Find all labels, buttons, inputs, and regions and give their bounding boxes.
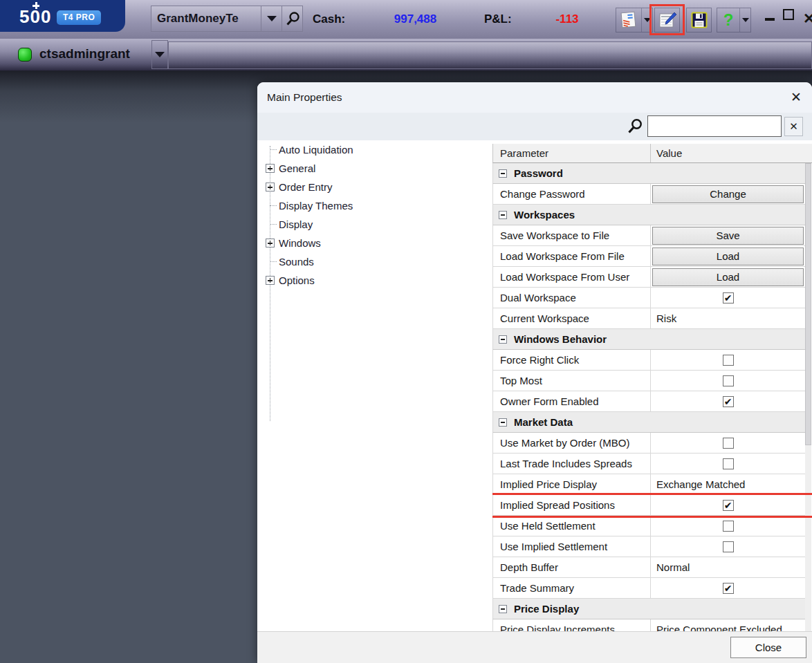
implied-spread-positions-row[interactable]: Implied Spread Positions✔	[492, 495, 805, 516]
tree-item-label[interactable]: Windows	[279, 237, 321, 249]
user-toolbar: ctsadmingrant	[0, 39, 812, 71]
collapse-minus-icon[interactable]	[499, 335, 507, 344]
load-workspace-from-user-button[interactable]: Load	[652, 268, 804, 286]
current-workspace-row[interactable]: Current WorkspaceRisk	[492, 308, 805, 329]
expand-plus-icon[interactable]	[266, 276, 275, 285]
collapse-minus-icon[interactable]	[499, 169, 507, 178]
tree-item-windows[interactable]: Windows	[257, 234, 492, 252]
save-button-group	[686, 8, 712, 32]
tree-item-label[interactable]: Order Entry	[279, 181, 333, 193]
expand-plus-icon[interactable]	[266, 183, 275, 192]
main-properties-dialog: Main Properties ✕ ✕ Auto LiquidationGene…	[257, 82, 812, 663]
account-selector[interactable]: GrantMoneyTe	[151, 6, 303, 32]
use-implied-settlement-checkbox[interactable]	[723, 541, 734, 552]
use-market-by-order-mbo-checkbox[interactable]	[723, 438, 734, 449]
dialog-footer: Close	[257, 631, 812, 663]
parameter-name: Last Trade Includes Spreads	[493, 454, 651, 474]
last-trade-includes-spreads-row[interactable]: Last Trade Includes Spreads	[492, 454, 805, 474]
force-right-click-checkbox[interactable]	[723, 355, 734, 366]
tree-item-label[interactable]: Display Themes	[279, 200, 353, 212]
section-label: Workspaces	[514, 209, 575, 221]
help-button[interactable]: ?	[717, 8, 739, 32]
help-dropdown-arrow[interactable]	[739, 8, 750, 32]
change-password-button[interactable]: Change	[652, 185, 804, 203]
tree-item-label[interactable]: General	[279, 162, 315, 174]
scrollbar-thumb[interactable]	[805, 163, 811, 445]
expand-plus-icon[interactable]	[266, 164, 275, 173]
tree-item-options[interactable]: Options	[257, 271, 492, 290]
owner-form-enabled-row[interactable]: Owner Form Enabled✔	[492, 391, 805, 412]
tree-item-display[interactable]: Display	[257, 215, 492, 234]
parameter-name: Owner Form Enabled	[493, 391, 651, 411]
tree-leaf-connector	[270, 205, 277, 206]
search-icon	[626, 118, 644, 136]
app-logo: 500 T4 PRO	[0, 0, 125, 32]
chevron-down-icon	[644, 18, 651, 22]
properties-icon	[658, 10, 677, 30]
help-button-group: ?	[717, 8, 751, 32]
save-workspace-to-file-button[interactable]: Save	[652, 227, 804, 245]
implied-spread-positions-checkbox[interactable]: ✔	[723, 500, 734, 511]
save-workspace-to-file-row[interactable]: Save Workspace to FileSave	[492, 225, 805, 246]
collapse-minus-icon[interactable]	[499, 211, 507, 219]
column-header-parameter: Parameter	[493, 144, 651, 162]
top-most-row[interactable]: Top Most	[492, 371, 805, 391]
dialog-close-button[interactable]: Close	[730, 637, 806, 658]
price-display-increments-value: Price Component Excluded	[656, 624, 782, 631]
save-workspace-button[interactable]	[687, 8, 711, 32]
owner-form-enabled-checkbox[interactable]: ✔	[723, 396, 734, 407]
close-window-button[interactable]: ✕	[803, 10, 812, 28]
implied-price-display-row[interactable]: Implied Price DisplayExchange Matched	[492, 474, 805, 495]
parameter-name: Implied Price Display	[493, 474, 651, 494]
last-trade-includes-spreads-checkbox[interactable]	[723, 458, 734, 469]
use-held-settlement-row[interactable]: Use Held Settlement	[492, 516, 805, 536]
collapse-minus-icon[interactable]	[499, 418, 507, 427]
tree-leaf-connector	[270, 224, 277, 225]
tree-item-auto-liquidation[interactable]: Auto Liquidation	[257, 140, 492, 159]
use-implied-settlement-row[interactable]: Use Implied Settlement	[492, 536, 805, 557]
account-dropdown-arrow[interactable]	[261, 6, 282, 31]
tree-item-order-entry[interactable]: Order Entry	[257, 178, 492, 196]
use-held-settlement-checkbox[interactable]	[723, 521, 734, 532]
tree-item-label[interactable]: Sounds	[279, 256, 314, 268]
top-most-checkbox[interactable]	[723, 375, 734, 386]
load-workspace-from-file-row[interactable]: Load Workspace From FileLoad	[492, 246, 805, 267]
price-display-increments-row[interactable]: Price Display IncrementsPrice Component …	[492, 619, 805, 631]
parameter-name: Implied Spread Positions	[493, 495, 651, 515]
search-clear-button[interactable]: ✕	[784, 117, 803, 136]
maximize-button[interactable]	[783, 9, 794, 20]
tree-item-sounds[interactable]: Sounds	[257, 252, 492, 271]
tree-item-label[interactable]: Options	[279, 274, 315, 286]
user-dropdown-arrow[interactable]	[151, 40, 168, 69]
table-scrollbar[interactable]	[805, 163, 811, 631]
tree-item-display-themes[interactable]: Display Themes	[257, 196, 492, 215]
cash-value: 997,488	[376, 0, 455, 39]
tree-item-general[interactable]: General	[257, 159, 492, 178]
tree-item-label[interactable]: Display	[279, 218, 313, 230]
properties-button-group	[654, 8, 680, 32]
parameter-name: Price Display Increments	[493, 619, 651, 631]
account-search-button[interactable]	[282, 6, 302, 31]
change-password-row[interactable]: Change PasswordChange	[492, 184, 805, 205]
trade-summary-checkbox[interactable]: ✔	[723, 583, 734, 594]
user-quick-bar[interactable]	[168, 41, 812, 69]
properties-button[interactable]	[655, 8, 679, 32]
reports-dropdown-arrow[interactable]	[641, 8, 652, 32]
properties-search-input[interactable]	[647, 115, 782, 137]
expand-plus-icon[interactable]	[266, 239, 275, 248]
use-market-by-order-mbo-row[interactable]: Use Market by Order (MBO)	[492, 433, 805, 454]
minimize-button[interactable]	[765, 18, 775, 21]
depth-buffer-row[interactable]: Depth BufferNormal	[492, 557, 805, 578]
dialog-close-icon[interactable]: ✕	[791, 88, 802, 106]
load-workspace-from-user-row[interactable]: Load Workspace From UserLoad	[492, 267, 805, 288]
dual-workspace-row[interactable]: Dual Workspace✔	[492, 288, 805, 308]
force-right-click-row[interactable]: Force Right Click	[492, 350, 805, 371]
dual-workspace-checkbox[interactable]: ✔	[723, 292, 734, 304]
collapse-minus-icon[interactable]	[499, 605, 507, 613]
account-selector-value[interactable]: GrantMoneyTe	[151, 6, 261, 31]
parameter-table-body: PasswordChange PasswordChangeWorkspacesS…	[492, 163, 805, 631]
load-workspace-from-file-button[interactable]: Load	[652, 248, 804, 265]
reports-button[interactable]	[616, 8, 641, 32]
trade-summary-row[interactable]: Trade Summary✔	[492, 578, 805, 599]
tree-item-label[interactable]: Auto Liquidation	[279, 144, 353, 156]
